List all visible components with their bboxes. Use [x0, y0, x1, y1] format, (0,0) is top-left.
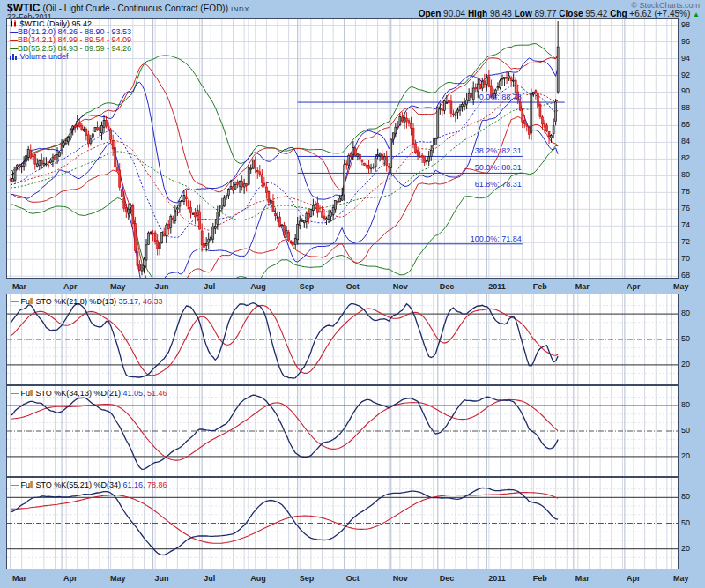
candle-body — [328, 215, 330, 219]
candle-body — [256, 170, 258, 172]
candle-body — [466, 100, 468, 105]
stoch-tick-label: 20 — [681, 360, 690, 368]
candle-body — [167, 224, 169, 229]
candle-body — [484, 81, 486, 84]
stoch-panel-2 — [6, 385, 679, 477]
candle-body — [415, 144, 417, 153]
candle-body — [370, 167, 372, 169]
candle-body — [255, 160, 256, 168]
bb21-legend-label: BB(21,2.0) 84.26 - 88.90 - 93.53 — [18, 27, 131, 36]
candle-body — [523, 120, 525, 123]
candle-body — [443, 101, 445, 111]
series-line — [11, 493, 558, 544]
candle-body — [551, 136, 553, 138]
price-tick-label: 98 — [681, 20, 690, 29]
stoch2-d-value: 51.46 — [147, 389, 167, 398]
candle-body — [510, 78, 512, 81]
candle-body — [345, 164, 347, 165]
price-tick-label: 90 — [681, 86, 690, 95]
candle-body — [392, 133, 394, 139]
month-axis-label: 2011 — [488, 282, 506, 291]
candle-body — [348, 156, 350, 166]
candle-body — [14, 167, 16, 180]
month-axis-label: May — [673, 574, 689, 583]
stoch-line-swatch: — — [11, 480, 19, 489]
candle-body — [471, 93, 472, 97]
candle-body — [361, 160, 363, 161]
candle-body — [401, 117, 403, 121]
candle-body — [41, 161, 42, 164]
candle-body — [477, 84, 479, 91]
stoch-tick-label: 80 — [681, 309, 690, 317]
stoch2-k-value: 41.05, — [122, 389, 145, 398]
month-axis-label: Aug — [250, 574, 266, 583]
candle-body — [12, 179, 14, 182]
candle-body — [210, 237, 212, 240]
month-axis-label: Dec — [440, 574, 455, 583]
candle-body — [303, 220, 305, 223]
candle-body — [404, 117, 405, 123]
price-tick-label: 74 — [681, 220, 690, 229]
candle-body — [508, 76, 510, 78]
candle-body — [59, 152, 61, 156]
month-axis-label: Aug — [250, 282, 266, 291]
candle-body — [119, 170, 121, 187]
candle-body — [77, 121, 78, 125]
series-line — [11, 395, 558, 469]
candle-body — [234, 184, 236, 189]
candle-body — [10, 179, 11, 180]
candle-body — [34, 154, 36, 164]
candle-body — [94, 128, 96, 132]
stoch3-d-value: 78.86 — [147, 480, 167, 489]
candle-body — [350, 154, 352, 157]
candle-body — [379, 153, 381, 156]
candle-body — [535, 91, 537, 93]
candle-body — [532, 93, 534, 94]
month-axis-label: May — [110, 282, 126, 291]
candle-body — [541, 117, 543, 124]
candle-body — [506, 78, 508, 79]
candle-body — [132, 205, 134, 223]
candle-body — [388, 167, 390, 167]
candle-body — [270, 200, 271, 203]
stoch1-legend: — Full STO %K(21,8) %D(13) 35.17, 46.33 — [11, 297, 162, 306]
candle-body — [375, 158, 376, 167]
candle-body — [48, 162, 49, 163]
candle-body — [223, 198, 225, 206]
stoch2-legend-label: Full STO %K(34,13) %D(21) — [21, 389, 121, 398]
candle-body — [359, 154, 360, 159]
stoch3-legend: — Full STO %K(55,21) %D(34) 61.16, 78.86 — [11, 480, 167, 489]
candle-body — [63, 143, 65, 146]
candle-body — [96, 128, 98, 130]
candle-body — [261, 175, 263, 182]
candle-body — [433, 145, 434, 148]
month-axis-label: Feb — [533, 574, 547, 583]
month-axis-label: Oct — [346, 282, 360, 291]
candle-body — [450, 101, 452, 113]
candle-body — [201, 231, 203, 245]
candle-body — [55, 155, 56, 160]
candle-body — [468, 93, 470, 100]
stoch-panel-3 — [6, 477, 679, 569]
candle-body — [70, 130, 71, 138]
candle-body — [85, 130, 87, 136]
stoch-tick-label: 80 — [681, 400, 690, 409]
candle-body — [386, 157, 388, 166]
candle-body — [181, 200, 182, 202]
stoch-plot-canvas — [7, 386, 678, 476]
month-axis-label: Jul — [204, 282, 215, 291]
month-axis-label: Jun — [155, 282, 169, 291]
candle-body — [227, 190, 229, 196]
candle-body — [145, 245, 147, 260]
candle-body — [500, 81, 501, 87]
candle-body — [464, 103, 465, 106]
candle-body — [268, 191, 270, 202]
candle-body — [294, 239, 296, 245]
stoch-tick-label: 50 — [681, 426, 690, 435]
candle-body — [486, 78, 487, 85]
fib-label: 100.0%: 71.84 — [471, 234, 522, 243]
month-axis-label: Apr — [63, 574, 78, 583]
candle-body — [192, 214, 194, 215]
volume-legend-row: Volume undef — [10, 53, 131, 62]
candle-body — [45, 164, 47, 165]
